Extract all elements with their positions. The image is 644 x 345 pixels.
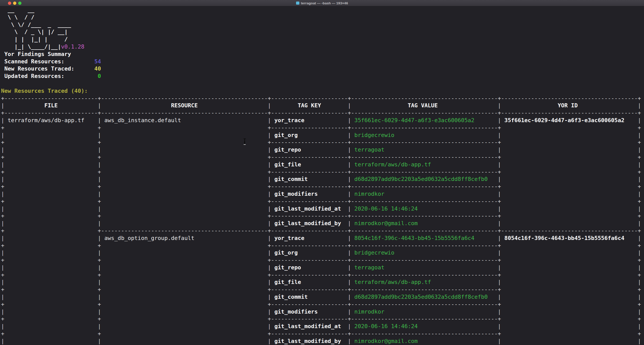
tag-key-cell: git_last_modified_at — [271, 323, 348, 329]
file-cell — [4, 249, 98, 256]
terminal-row: |_| \____/|__|v0.1.28 — [1, 43, 644, 51]
table-border: | — [348, 146, 351, 153]
close-button[interactable] — [8, 2, 11, 5]
table-border: | — [638, 205, 641, 212]
terminal-row: | | | git_last_modified_at | 2020-06-16 … — [1, 205, 644, 213]
terminal-row: | | | git_repo | terragoat | | — [1, 264, 644, 271]
summary-label: Scanned Resources: — [1, 58, 94, 65]
table-border: | — [498, 220, 501, 226]
table-border: | — [1, 176, 4, 182]
terminal-row: +----------------------------+----------… — [1, 95, 644, 102]
terminal-row: + + +-----------------------+-----------… — [1, 139, 644, 146]
yor-id-cell — [501, 146, 638, 153]
folder-icon — [296, 2, 299, 5]
table-border: | — [268, 102, 271, 109]
table-border: | — [348, 308, 351, 315]
resource-cell: aws_db_instance.default — [101, 117, 268, 123]
terminal-row: | | | git_commit | d68d2897add9bc2203a5e… — [1, 176, 644, 183]
column-header: YOR ID — [501, 102, 638, 109]
table-border: | — [98, 294, 101, 300]
ascii-logo-line: | | |_| | / — [1, 36, 68, 42]
minimize-button[interactable] — [13, 2, 16, 5]
tag-value-cell: bridgecrewio — [351, 132, 498, 138]
table-border: | — [348, 235, 351, 241]
table-border: | — [268, 338, 271, 344]
table-border: | — [348, 264, 351, 271]
table-border: | — [98, 249, 101, 256]
yor-id-cell — [501, 161, 638, 168]
table-border: | — [1, 249, 4, 256]
file-cell — [4, 308, 98, 315]
tag-value-cell: 2020-06-16 14:46:24 — [351, 205, 498, 212]
tag-value-cell: 35f661ec-6029-4d47-a6f3-e3ac600605a2 — [351, 117, 498, 123]
version-text: v0.1.28 — [61, 43, 84, 50]
resource-cell — [101, 132, 268, 138]
table-border: | — [98, 308, 101, 315]
tag-key-cell: git_last_modified_by — [271, 338, 348, 344]
table-border: | — [498, 249, 501, 256]
summary-value: 0 — [98, 73, 101, 79]
file-cell — [4, 264, 98, 271]
table-border: | — [1, 279, 4, 285]
terminal-row: | | | git_commit | d68d2897add9bc2203a5e… — [1, 293, 644, 301]
table-border: | — [1, 146, 4, 153]
table-border: | — [1, 235, 4, 241]
summary-value: 40 — [94, 65, 101, 72]
table-border: | — [498, 338, 501, 344]
terminal-row: | | | git_last_modified_at | 2020-06-16 … — [1, 323, 644, 330]
table-border: | — [638, 235, 641, 241]
table-border: | — [348, 191, 351, 197]
file-cell — [4, 323, 98, 329]
table-border: | — [98, 235, 101, 241]
terminal-row: | | | git_modifiers | nimrodkor | | — [1, 190, 644, 198]
zoom-button[interactable] — [18, 2, 21, 5]
terminal-row: | | | git_file | terraform/aws/db-app.tf… — [1, 279, 644, 286]
table-border: | — [498, 102, 501, 109]
yor-id-cell — [501, 220, 638, 226]
table-border: | — [98, 220, 101, 226]
terminal-row: | | | git_org | bridgecrewio | | — [1, 132, 644, 139]
table-border: | — [638, 338, 641, 344]
table-border: + + +-----------------------+-----------… — [1, 272, 641, 278]
resource-cell — [101, 264, 268, 271]
file-cell — [4, 220, 98, 226]
table-border: | — [98, 102, 101, 109]
terminal-row: Updated Resources: 0 — [1, 73, 644, 80]
table-border: | — [268, 191, 271, 197]
table-border: | — [98, 279, 101, 285]
terminal-row — [1, 80, 644, 87]
table-border: | — [98, 338, 101, 344]
terminal-row: + + +-----------------------+-----------… — [1, 168, 644, 176]
table-border: | — [268, 294, 271, 300]
table-border: + + +-----------------------+-----------… — [1, 286, 641, 293]
column-header: FILE — [4, 102, 98, 109]
terminal-row: Yor Findings Summary — [1, 51, 644, 58]
terminal-row: + + +-----------------------+-----------… — [1, 183, 644, 190]
table-border: | — [268, 205, 271, 212]
table-border: | — [638, 264, 641, 271]
file-cell — [4, 146, 98, 153]
tag-key-cell: git_modifiers — [271, 308, 348, 315]
table-border: | — [348, 205, 351, 212]
column-header: TAG VALUE — [351, 102, 498, 109]
yor-id-cell — [501, 338, 638, 344]
yor-id-cell: 35f661ec-6029-4d47-a6f3-e3ac600605a2 — [501, 117, 638, 123]
table-border: | — [1, 308, 4, 315]
table-border: | — [638, 161, 641, 168]
table-border: | — [638, 117, 641, 123]
table-border: | — [348, 294, 351, 300]
table-border: | — [98, 205, 101, 212]
table-border: | — [98, 323, 101, 329]
table-border: | — [498, 264, 501, 271]
terminal-row: + + +-----------------------+-----------… — [1, 315, 644, 323]
table-border: + + +-----------------------+-----------… — [1, 242, 641, 249]
tag-value-cell: nimrodkor — [351, 191, 498, 197]
table-border: | — [638, 323, 641, 329]
tag-value-cell: d68d2897add9bc2203a5ed0632a5cdd8ff8cefb0 — [351, 294, 498, 300]
table-border: | — [1, 117, 4, 123]
table-border: | — [498, 176, 501, 182]
tag-value-cell: nimrodkor@gmail.com — [351, 220, 498, 226]
terminal-row: +----------------------------+----------… — [1, 109, 644, 117]
file-cell — [4, 279, 98, 285]
terminal-row: | | |_| | / — [1, 36, 644, 43]
